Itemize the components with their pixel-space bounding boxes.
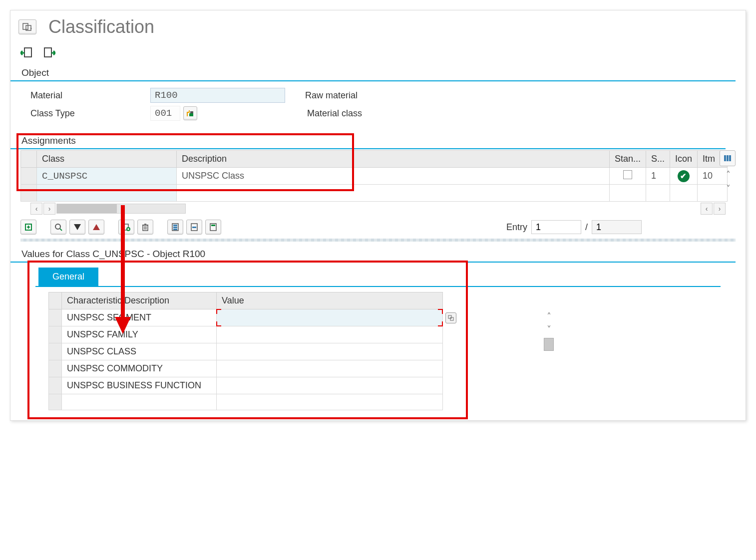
svg-rect-23: [450, 317, 453, 320]
hscroll-right-icon[interactable]: ›: [43, 203, 55, 215]
svg-rect-21: [211, 225, 215, 226]
char-value-input[interactable]: [217, 326, 443, 343]
svg-rect-7: [727, 155, 729, 161]
assignments-section: Assignments Class Description Stan... S.…: [10, 135, 746, 237]
assignments-header: Assignments: [10, 135, 726, 149]
find-button[interactable]: [50, 220, 66, 235]
select-all-button[interactable]: [167, 220, 183, 235]
char-desc: UNSPSC BUSINESS FUNCTION: [62, 377, 217, 394]
svg-rect-22: [448, 315, 451, 318]
hscroll-left2-icon[interactable]: ‹: [701, 203, 713, 215]
svg-rect-0: [23, 23, 28, 29]
cell-class[interactable]: C_UNSPSC: [37, 168, 177, 185]
svg-point-10: [55, 224, 60, 229]
svg-rect-5: [190, 111, 193, 113]
col-class: Class: [37, 151, 177, 168]
next-object-button[interactable]: [40, 45, 57, 60]
cell-stan[interactable]: [609, 168, 646, 185]
col-stan: Stan...: [609, 151, 646, 168]
scroll-up-icon[interactable]: ˄: [721, 169, 736, 180]
entry-current-input[interactable]: [531, 220, 581, 234]
cell-s: 1: [646, 168, 670, 185]
char-desc: UNSPSC SEGMENT: [62, 309, 217, 326]
select-block-button[interactable]: [186, 220, 202, 235]
entry-total-input: [592, 220, 642, 234]
svg-rect-3: [44, 48, 51, 57]
add-row-button[interactable]: [118, 220, 134, 235]
material-input[interactable]: [150, 88, 285, 103]
scroll-down-icon[interactable]: ˅: [721, 183, 736, 194]
char-row[interactable]: UNSPSC BUSINESS FUNCTION: [49, 377, 443, 394]
svg-rect-8: [729, 155, 731, 161]
window: Classification Object Material Raw mater…: [10, 10, 746, 421]
scroll-down-icon[interactable]: ˅: [542, 324, 556, 335]
char-value-input[interactable]: [217, 309, 443, 326]
char-value-input[interactable]: [217, 343, 443, 360]
classtype-desc: Material class: [307, 108, 362, 119]
svg-rect-2: [24, 48, 31, 57]
nav-row: [10, 43, 746, 67]
char-row[interactable]: UNSPSC SEGMENT: [49, 309, 443, 326]
col-char-desc: Characteristic Description: [62, 292, 217, 309]
svg-rect-6: [724, 155, 726, 161]
delete-button[interactable]: [137, 220, 153, 235]
check-ok-icon: ✔: [678, 170, 690, 182]
cell-icon: ✔: [670, 168, 697, 185]
char-row[interactable]: UNSPSC FAMILY: [49, 326, 443, 343]
hscroll-assignments[interactable]: ‹ › ‹ ›: [30, 203, 726, 215]
svg-rect-19: [192, 227, 196, 228]
page-title: Classification: [48, 16, 154, 37]
col-value: Value: [217, 292, 443, 309]
assignments-table: Class Description Stan... S... Icon Itm …: [20, 150, 728, 202]
vscroll-characteristics[interactable]: ˄ ˅: [542, 311, 556, 352]
sort-desc-button[interactable]: [69, 220, 85, 235]
object-form: Material Raw material Class Type Materia…: [10, 81, 746, 130]
char-value-input[interactable]: [217, 377, 443, 394]
insert-row-button[interactable]: [20, 220, 36, 235]
sort-asc-button[interactable]: [88, 220, 104, 235]
assignment-row-empty[interactable]: [21, 185, 728, 202]
svg-rect-17: [173, 229, 177, 230]
prev-object-button[interactable]: [18, 45, 35, 60]
col-description: Description: [177, 151, 610, 168]
char-row[interactable]: UNSPSC CLASS: [49, 343, 443, 360]
svg-rect-16: [173, 227, 177, 228]
col-icon: Icon: [670, 151, 697, 168]
char-desc: UNSPSC FAMILY: [62, 326, 217, 343]
object-section-header: Object: [10, 67, 736, 81]
tab-general[interactable]: General: [38, 268, 98, 286]
svg-rect-15: [173, 225, 177, 226]
values-header: Values for Class C_UNSPSC - Object R100: [10, 242, 736, 263]
cell-description: UNSPSC Class: [177, 168, 610, 185]
entry-label: Entry: [506, 222, 527, 233]
char-row[interactable]: UNSPSC COMMODITY: [49, 360, 443, 377]
classtype-label: Class Type: [30, 108, 150, 119]
classtype-input[interactable]: [150, 106, 180, 121]
vscroll-assignments[interactable]: ˄ ˅: [721, 169, 736, 194]
hscroll-thumb[interactable]: [57, 204, 117, 213]
assignments-toolbar: Entry /: [10, 218, 746, 237]
scroll-up-icon[interactable]: ˄: [542, 311, 556, 322]
value-help-button[interactable]: [445, 312, 456, 323]
hscroll-right2-icon[interactable]: ›: [714, 203, 726, 215]
col-s: S...: [646, 151, 670, 168]
title-bar: Classification: [10, 10, 746, 43]
material-label: Material: [30, 90, 150, 101]
hscroll-left-icon[interactable]: ‹: [30, 203, 42, 215]
char-desc: UNSPSC COMMODITY: [62, 360, 217, 377]
characteristics-table: Characteristic Description Value UNSPSC …: [48, 292, 443, 410]
svg-rect-4: [189, 113, 193, 116]
char-row-empty[interactable]: [49, 394, 443, 410]
material-desc: Raw material: [305, 90, 358, 101]
column-config-button[interactable]: [720, 150, 736, 166]
menu-icon[interactable]: [18, 19, 36, 34]
entry-sep: /: [585, 222, 588, 233]
classtype-help-button[interactable]: [183, 106, 197, 120]
char-value-input[interactable]: [217, 360, 443, 377]
assignment-row[interactable]: C_UNSPSC UNSPSC Class 1 ✔ 10: [21, 168, 728, 185]
char-desc: UNSPSC CLASS: [62, 343, 217, 360]
deselect-all-button[interactable]: [205, 220, 221, 235]
scroll-thumb[interactable]: [544, 338, 554, 351]
